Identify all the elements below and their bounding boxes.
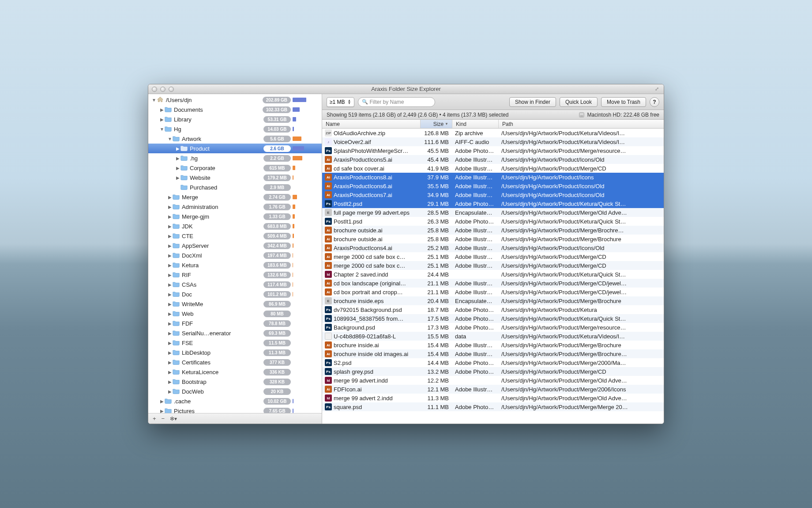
file-row[interactable]: Pssplash grey.psd13.2 MBAdobe Photo…/Use… <box>322 367 664 376</box>
tree-row[interactable]: ▶LibDesktop11.3 MB <box>148 348 322 357</box>
file-row[interactable]: Aicd box portrait and cropp…21.1 MBAdobe… <box>322 288 664 296</box>
file-row[interactable]: Ebrochure inside.eps20.4 MBEncapsulate…/… <box>322 296 664 305</box>
file-row[interactable]: U-c4b8d869-021a6fa8-L15.5 MBdata/Users/d… <box>322 332 664 341</box>
tree-row[interactable]: ▶RIF132.6 MB <box>148 270 322 280</box>
disclosure-triangle-icon[interactable]: ▶ <box>160 409 164 413</box>
disclosure-triangle-icon[interactable]: ▶ <box>176 156 180 161</box>
tree-row[interactable]: ▶JDK683.8 MB <box>148 221 322 231</box>
tree-row[interactable]: ▶Website179.2 MB <box>148 173 322 182</box>
disclosure-triangle-icon[interactable]: ▶ <box>168 253 172 258</box>
tree-row[interactable]: ▶Pictures7.65 GB <box>148 406 322 413</box>
tree-row[interactable]: ▶.cache10.02 GB <box>148 396 322 406</box>
tree-row[interactable]: ▶Ketura183.6 MB <box>148 260 322 270</box>
tree-row[interactable]: ▼/Users/djn202.89 GB <box>148 95 322 105</box>
disclosure-triangle-icon[interactable]: ▶ <box>168 350 172 355</box>
tree-row[interactable]: ▶Merge2.74 GB <box>148 192 322 202</box>
disclosure-triangle-icon[interactable]: ▶ <box>176 146 180 151</box>
disclosure-triangle-icon[interactable]: ▶ <box>160 399 164 404</box>
tree-row[interactable]: ▶KeturaLicence336 KB <box>148 367 322 377</box>
file-row[interactable]: Aicd safe box cover.ai41.9 MBAdobe Illus… <box>322 164 664 173</box>
tree-row[interactable]: ▶Certificates377 KB <box>148 357 322 367</box>
file-row[interactable]: ZIPOldAudioArchive.zip126.8 MBZip archiv… <box>322 129 664 137</box>
move-to-trash-button[interactable]: Move to Trash <box>601 97 646 107</box>
tree-row[interactable]: ▶CTE509.4 MB <box>148 231 322 241</box>
tree-row[interactable]: Purchased2.9 MB <box>148 182 322 192</box>
file-row[interactable]: PsS2.psd14.4 MBAdobe Photo…/Users/djn/Hg… <box>322 358 664 367</box>
help-button[interactable]: ? <box>650 97 659 107</box>
quick-look-button[interactable]: Quick Look <box>560 97 598 107</box>
tree-row[interactable]: ▼Artwork5.6 GB <box>148 134 322 144</box>
gear-menu[interactable]: ✻▾ <box>170 416 177 422</box>
tree-row[interactable]: ▶Corporate615 MB <box>148 163 322 173</box>
tree-row[interactable]: ▶.hg2.2 GB <box>148 153 322 163</box>
tree-row[interactable]: ▶DocXml197.4 MB <box>148 250 322 260</box>
disclosure-triangle-icon[interactable]: ▶ <box>160 117 164 122</box>
remove-button[interactable]: − <box>162 415 165 422</box>
file-row[interactable]: PsPostIt1.psd26.3 MBAdobe Photo…/Users/d… <box>322 217 664 226</box>
disclosure-triangle-icon[interactable]: ▶ <box>168 370 172 375</box>
file-row[interactable]: IdChapter 2 saved.indd24.4 MB/Users/djn/… <box>322 270 664 279</box>
disclosure-triangle-icon[interactable]: ▶ <box>168 282 172 287</box>
disclosure-triangle-icon[interactable]: ▶ <box>176 175 180 180</box>
tree-row[interactable]: ▶Product2.6 GB <box>148 144 322 153</box>
file-row[interactable]: AiAraxisProductIcons8.ai37.9 MBAdobe Ill… <box>322 173 664 182</box>
file-row[interactable]: AiAraxisProductIcons4.ai25.2 MBAdobe Ill… <box>322 243 664 252</box>
file-row[interactable]: Idmerge 99 advert 2.indd11.3 MB/Users/dj… <box>322 394 664 402</box>
file-row[interactable]: AiAraxisProductIcons5.ai45.4 MBAdobe Ill… <box>322 155 664 164</box>
disclosure-triangle-icon[interactable]: ▶ <box>168 379 172 384</box>
file-row[interactable]: AiFDFIcon.ai12.1 MBAdobe Illustr…/Users/… <box>322 385 664 394</box>
disclosure-triangle-icon[interactable]: ▶ <box>168 234 172 239</box>
disclosure-triangle-icon[interactable]: ▼ <box>160 127 164 132</box>
tree-row[interactable]: ▶WriteMe86.9 MB <box>148 299 322 309</box>
search-input[interactable]: 🔍 Filter by Name <box>358 97 435 107</box>
folder-tree[interactable]: ▼/Users/djn202.89 GB▶Documents102.33 GB▶… <box>148 94 322 413</box>
disclosure-triangle-icon[interactable]: ▶ <box>168 205 172 209</box>
disclosure-triangle-icon[interactable]: ▶ <box>160 107 164 112</box>
disclosure-triangle-icon[interactable]: ▼ <box>168 136 172 141</box>
file-row[interactable]: Efull page merge 99 advert.eps28.5 MBEnc… <box>322 208 664 217</box>
file-row[interactable]: Pssquare.psd11.1 MBAdobe Photo…/Users/dj… <box>322 402 664 411</box>
file-row[interactable]: Aibrochure inside.ai15.4 MBAdobe Illustr… <box>322 341 664 349</box>
tree-row[interactable]: ▶CSAs117.4 MB <box>148 280 322 289</box>
disclosure-triangle-icon[interactable]: ▶ <box>176 166 180 171</box>
file-row[interactable]: Idmerge 99 advert.indd12.2 MB/Users/djn/… <box>322 376 664 385</box>
file-row[interactable]: Aimerge 2000 cd safe box c…25.1 MBAdobe … <box>322 252 664 261</box>
file-row[interactable]: AiAraxisProductIcons7.ai34.9 MBAdobe Ill… <box>322 190 664 199</box>
disclosure-triangle-icon[interactable]: ▶ <box>168 302 172 307</box>
file-row[interactable]: Aibrochure outside.ai25.8 MBAdobe Illust… <box>322 226 664 235</box>
file-row[interactable]: PsSplashPhotoWithMergeScr…45.5 MBAdobe P… <box>322 146 664 155</box>
tree-row[interactable]: ▶Library53.31 GB <box>148 114 322 124</box>
file-row[interactable]: AiAraxisProductIcons6.ai35.5 MBAdobe Ill… <box>322 182 664 190</box>
size-filter-select[interactable]: ≥1 MB ▲▼ <box>327 97 354 107</box>
file-row[interactable]: PsPostIt2.psd29.1 MBAdobe Photo…/Users/d… <box>322 199 664 208</box>
disclosure-triangle-icon[interactable]: ▶ <box>168 292 172 297</box>
file-row[interactable]: Aibrochure outside.ai25.8 MBAdobe Illust… <box>322 235 664 243</box>
tree-row[interactable]: ▶Administration1.76 GB <box>148 202 322 212</box>
tree-row[interactable]: ▼Hg14.03 GB <box>148 124 322 134</box>
column-kind[interactable]: Kind <box>452 120 499 128</box>
column-name[interactable]: Name <box>322 120 421 128</box>
disclosure-triangle-icon[interactable]: ▶ <box>168 321 172 326</box>
tree-row[interactable]: ▶Doc101.2 MB <box>148 289 322 299</box>
file-list[interactable]: ZIPOldAudioArchive.zip126.8 MBZip archiv… <box>322 129 664 424</box>
tree-row[interactable]: ▶Merge-gjm1.33 GB <box>148 212 322 221</box>
tree-row[interactable]: ▶Web80 MB <box>148 309 322 318</box>
file-row[interactable]: Psdv792015 Background.psd18.7 MBAdobe Ph… <box>322 305 664 314</box>
disclosure-triangle-icon[interactable]: ▶ <box>168 214 172 219</box>
disclosure-triangle-icon[interactable]: ▶ <box>168 273 172 277</box>
disclosure-triangle-icon[interactable]: ▶ <box>168 224 172 229</box>
tree-row[interactable]: ▶FDF78.8 MB <box>148 318 322 328</box>
disclosure-triangle-icon[interactable]: ▶ <box>168 263 172 268</box>
tree-row[interactable]: ▶Bootstrap328 KB <box>148 377 322 387</box>
disclosure-triangle-icon[interactable]: ▶ <box>168 331 172 336</box>
file-row[interactable]: Aimerge 2000 cd safe box c…25.1 MBAdobe … <box>322 261 664 270</box>
add-button[interactable]: + <box>153 415 156 422</box>
tree-row[interactable]: ▶FSE11.5 MB <box>148 338 322 348</box>
disclosure-triangle-icon[interactable]: ▶ <box>168 243 172 248</box>
tree-row[interactable]: ▶AppServer342.4 MB <box>148 241 322 250</box>
disclosure-triangle-icon[interactable]: ▶ <box>168 360 172 365</box>
column-path[interactable]: Path <box>499 120 664 128</box>
disclosure-triangle-icon[interactable]: ▶ <box>168 341 172 345</box>
column-size[interactable]: Size▼ <box>421 120 452 128</box>
titlebar[interactable]: Araxis Folder Size Explorer ⤢ <box>148 84 664 94</box>
